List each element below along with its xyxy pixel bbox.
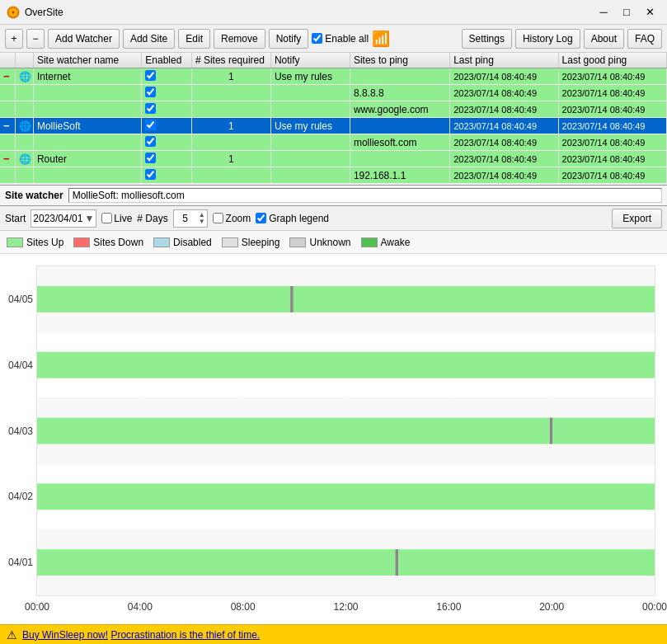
minus-btn bbox=[0, 134, 15, 151]
history-log-button[interactable]: History Log bbox=[515, 29, 580, 49]
col-sites-req: # Sites required bbox=[191, 53, 270, 68]
last-good-ping: 2023/07/14 08:40:49 bbox=[558, 85, 666, 101]
legend-label: Sleeping bbox=[242, 237, 280, 248]
last-ping: 2023/07/14 08:40:49 bbox=[450, 101, 558, 118]
enable-all-checkbox-label[interactable]: Enable all bbox=[312, 33, 369, 45]
svg-text:00:00: 00:00 bbox=[642, 601, 667, 613]
enable-all-checkbox[interactable] bbox=[312, 33, 322, 44]
legend-color-box bbox=[73, 237, 90, 247]
statusbar: ⚠ Buy WinSleep now! Procrastination is t… bbox=[0, 624, 667, 644]
app-icon bbox=[7, 6, 20, 19]
table-row[interactable]: www.google.com2023/07/14 08:40:492023/07… bbox=[0, 101, 667, 118]
enabled-check bbox=[142, 151, 192, 167]
svg-rect-22 bbox=[37, 286, 290, 313]
zoom-checkbox-label[interactable]: Zoom bbox=[213, 213, 251, 224]
export-button[interactable]: Export bbox=[612, 209, 662, 228]
wifi-icon: 📶 bbox=[372, 30, 390, 48]
col-notify: Notify bbox=[270, 53, 350, 68]
table-row[interactable]: 8.8.8.82023/07/14 08:40:492023/07/14 08:… bbox=[0, 85, 667, 101]
site-to-ping bbox=[350, 118, 449, 134]
graph-legend-label: Graph legend bbox=[269, 213, 329, 224]
last-ping: 2023/07/14 08:40:49 bbox=[450, 167, 558, 184]
enabled-check bbox=[142, 118, 192, 134]
add-site-button[interactable]: Add Site bbox=[123, 29, 175, 49]
spin-down[interactable]: ▼ bbox=[197, 219, 207, 225]
remove-small-button[interactable]: − bbox=[26, 29, 45, 49]
svg-rect-29 bbox=[37, 483, 655, 510]
graph-legend-checkbox[interactable] bbox=[256, 213, 266, 223]
buy-link[interactable]: Buy WinSleep now! bbox=[22, 629, 108, 641]
svg-text:04/03: 04/03 bbox=[8, 425, 33, 437]
last-ping: 2023/07/14 08:40:49 bbox=[450, 134, 558, 151]
settings-button[interactable]: Settings bbox=[462, 29, 512, 49]
last-good-ping: 2023/07/14 08:40:49 bbox=[558, 151, 666, 167]
site-to-ping: www.google.com bbox=[350, 101, 449, 118]
watcher-table-scroll[interactable]: Site watcher name Enabled # Sites requir… bbox=[0, 53, 667, 185]
svg-rect-31 bbox=[395, 549, 398, 576]
about-button[interactable]: About bbox=[584, 29, 624, 49]
site-name bbox=[33, 101, 141, 118]
faq-button[interactable]: FAQ bbox=[627, 29, 662, 49]
close-button[interactable]: ✕ bbox=[639, 4, 660, 21]
add-watcher-button[interactable]: Add Watcher bbox=[48, 29, 120, 49]
legend-label: Disabled bbox=[173, 237, 212, 248]
enabled-checkbox[interactable] bbox=[145, 70, 156, 81]
titlebar: OverSite ─ □ ✕ bbox=[0, 0, 667, 25]
enabled-checkbox[interactable] bbox=[145, 103, 156, 114]
svg-text:04/05: 04/05 bbox=[8, 294, 33, 305]
enabled-checkbox[interactable] bbox=[145, 153, 156, 163]
statusbar-text-rest: Procrastination is the thief of time. bbox=[110, 629, 260, 641]
site-name bbox=[33, 167, 141, 184]
table-row[interactable]: molliesoft.com2023/07/14 08:40:492023/07… bbox=[0, 134, 667, 151]
site-icon bbox=[15, 167, 33, 184]
site-name bbox=[33, 134, 141, 151]
site-to-ping: molliesoft.com bbox=[350, 134, 449, 151]
days-spinner[interactable]: ▲ ▼ bbox=[173, 209, 208, 228]
date-dropdown-arrow[interactable]: ▼ bbox=[84, 213, 94, 224]
enabled-checkbox[interactable] bbox=[145, 136, 156, 147]
legend-color-box bbox=[7, 237, 23, 247]
minimize-button[interactable]: ─ bbox=[593, 4, 614, 21]
date-value: 2023/04/01 bbox=[33, 213, 82, 224]
legend-color-box bbox=[289, 237, 306, 247]
col-sites-ping: Sites to ping bbox=[350, 53, 449, 68]
remove-button[interactable]: Remove bbox=[214, 29, 265, 49]
notify-cell bbox=[270, 85, 350, 101]
enabled-checkbox[interactable] bbox=[145, 87, 156, 97]
minus-btn bbox=[0, 167, 15, 184]
site-name bbox=[33, 85, 141, 101]
svg-text:08:00: 08:00 bbox=[231, 601, 256, 613]
date-picker[interactable]: 2023/04/01 ▼ bbox=[31, 209, 96, 228]
table-row[interactable]: −🌐MollieSoft1Use my rules2023/07/14 08:4… bbox=[0, 118, 667, 134]
svg-rect-25 bbox=[37, 352, 655, 378]
svg-text:16:00: 16:00 bbox=[436, 601, 461, 613]
table-row[interactable]: 192.168.1.12023/07/14 08:40:492023/07/14… bbox=[0, 167, 667, 184]
last-ping: 2023/07/14 08:40:49 bbox=[450, 151, 558, 167]
days-input[interactable] bbox=[174, 213, 197, 224]
sites-req bbox=[191, 134, 270, 151]
site-name: Router bbox=[33, 151, 141, 167]
notify-cell: Use my rules bbox=[270, 118, 350, 134]
svg-point-2 bbox=[12, 11, 15, 14]
enabled-checkbox[interactable] bbox=[145, 169, 156, 180]
svg-text:04/02: 04/02 bbox=[8, 491, 33, 502]
live-checkbox[interactable] bbox=[101, 213, 112, 223]
table-row[interactable]: −🌐Internet1Use my rules2023/07/14 08:40:… bbox=[0, 68, 667, 85]
enabled-checkbox[interactable] bbox=[145, 120, 156, 130]
live-checkbox-label[interactable]: Live bbox=[101, 213, 132, 224]
site-icon bbox=[15, 134, 33, 151]
svg-text:04:00: 04:00 bbox=[128, 601, 153, 613]
add-small-button[interactable]: + bbox=[5, 29, 23, 49]
notify-cell bbox=[270, 134, 350, 151]
enabled-check bbox=[142, 134, 192, 151]
notify-button[interactable]: Notify bbox=[269, 29, 309, 49]
table-row[interactable]: −🌐Router12023/07/14 08:40:492023/07/14 0… bbox=[0, 151, 667, 167]
zoom-checkbox[interactable] bbox=[213, 213, 223, 223]
svg-rect-26 bbox=[37, 418, 550, 444]
last-good-ping: 2023/07/14 08:40:49 bbox=[558, 118, 666, 134]
legend-color-box bbox=[222, 237, 238, 247]
edit-button[interactable]: Edit bbox=[178, 29, 210, 49]
legend-item: Sleeping bbox=[222, 237, 280, 248]
maximize-button[interactable]: □ bbox=[616, 4, 637, 21]
graph-legend-checkbox-label[interactable]: Graph legend bbox=[256, 213, 329, 224]
